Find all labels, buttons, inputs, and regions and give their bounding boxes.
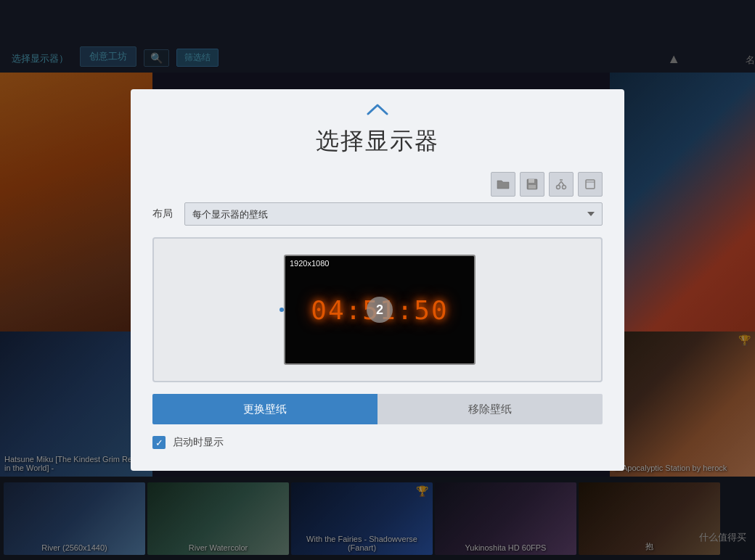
startup-label: 启动时显示: [173, 436, 224, 449]
cut-button[interactable]: [549, 172, 574, 197]
remove-wallpaper-button[interactable]: 移除壁纸: [378, 394, 603, 424]
dialog-toolbar: [131, 172, 624, 197]
monitor-area: 1920x1080 1 04:51:50 1920x1080 2: [152, 237, 603, 382]
svg-line-6: [561, 181, 564, 186]
monitor2-number: 2: [367, 297, 393, 323]
save-button[interactable]: [520, 172, 544, 197]
layout-select[interactable]: 每个显示器的壁纸: [184, 202, 603, 226]
svg-rect-8: [586, 180, 595, 189]
svg-point-4: [563, 186, 566, 189]
change-wallpaper-button[interactable]: 更换壁纸: [152, 394, 378, 424]
monitor2-resolution: 1920x1080: [290, 259, 329, 268]
svg-point-3: [557, 186, 560, 189]
dialog-chevron: [131, 89, 624, 125]
folder-button[interactable]: [491, 172, 515, 197]
dialog: 选择显示器: [131, 89, 624, 471]
layout-label: 布局: [152, 207, 174, 221]
monitor-slot-2[interactable]: 04:51:50 1920x1080 2: [284, 255, 476, 365]
svg-rect-2: [528, 185, 536, 189]
svg-line-5: [558, 181, 561, 186]
fullscreen-button[interactable]: [578, 172, 603, 197]
layout-row: 布局 每个显示器的壁纸: [131, 202, 624, 226]
svg-rect-1: [528, 179, 534, 183]
dialog-actions: 更换壁纸 移除壁纸: [131, 394, 624, 424]
checkbox-row: 启动时显示: [131, 436, 624, 449]
startup-checkbox[interactable]: [152, 436, 166, 449]
dialog-title: 选择显示器: [131, 125, 624, 157]
